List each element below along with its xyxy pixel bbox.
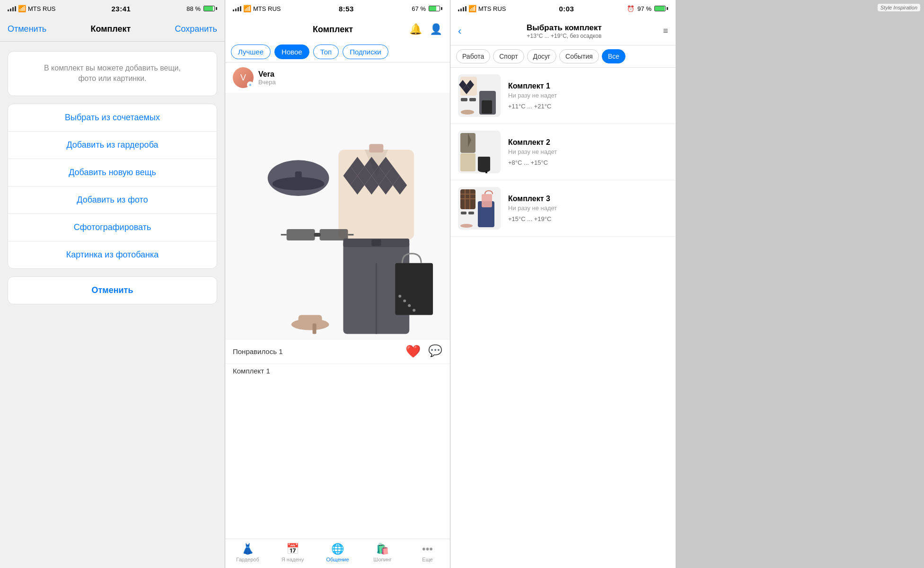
battery-icon-2 [429,6,442,11]
svg-rect-61 [461,212,466,214]
cat-tab-events[interactable]: События [559,49,599,63]
signal-icon-2 [233,6,241,11]
outfit-row-1[interactable]: Комплект 1 Ни разу не надет +11°C ... +2… [450,68,676,124]
battery-fill-1 [204,6,213,11]
battery-fill-3 [655,6,665,11]
btab-social[interactable]: 🌐 Общение [324,543,352,562]
btab-more[interactable]: ••• Еще [414,543,442,562]
svg-rect-27 [395,263,433,315]
back-button[interactable]: ‹ [458,25,461,37]
outfit-name-1: Комплект 1 [508,82,668,90]
outfit-image [225,93,450,339]
outfit-temp-3: +15°C ... +19°C [508,215,668,222]
menu-item-wardrobe[interactable]: Добавить из гардероба [8,132,217,159]
btab-more-label: Еще [422,557,432,562]
filter-icon[interactable]: ≡ [663,26,668,36]
outfit-thumb-1 [458,74,501,117]
btab-wardrobe[interactable]: 👗 Гардероб [234,543,262,562]
carrier-name-3: MTS RUS [478,5,506,12]
nav-title3-wrap: Выбрать комплект +13°C ... +19°C, без ос… [465,23,663,39]
battery-tip-1 [216,7,217,10]
menu-item-camera[interactable]: Сфотографировать [8,214,217,241]
bottom-tabs: 👗 Гардероб 📅 Я надену 🌐 Общение 🛍️ Шопин… [225,539,450,568]
bar2 [10,9,11,11]
time-2: 8:53 [339,5,354,13]
cancel-nav-button[interactable]: Отменить [8,24,46,34]
btab-wear-label: Я надену [282,557,304,562]
nav-title-2: Комплект [256,25,409,35]
outfit-thumb-3 [458,187,501,230]
carrier-name-2: MTS RUS [253,5,281,12]
calendar-icon: 📅 [286,543,299,555]
svg-rect-44 [469,98,476,101]
more-icon: ••• [422,543,433,555]
btab-wear[interactable]: 📅 Я надену [279,543,307,562]
battery-tip-3 [667,7,668,10]
btab-wardrobe-label: Гардероб [236,557,259,562]
carrier-3: 📶 MTS RUS [458,5,506,12]
bar4 [15,6,16,11]
svg-point-29 [403,300,406,302]
comment-icon[interactable]: 💬 [428,344,442,359]
post-label: Комплект 1 [225,364,450,377]
bar4b [240,6,241,11]
battery-tip-2 [441,7,442,10]
nav-title-3: Выбрать комплект [465,23,663,33]
svg-rect-49 [460,153,475,171]
outfit-temp-2: +8°C ... +15°C [508,159,668,166]
battery-pct-3: 97 % [637,5,651,12]
screens-container: 📶 MTS RUS 23:41 88 % Отменить Комплект С… [0,0,924,568]
screen1: 📶 MTS RUS 23:41 88 % Отменить Комплект С… [0,0,225,568]
time-3: 0:03 [559,5,574,13]
add-friend-icon[interactable]: 👤 [430,23,442,36]
tabs-row: Лучшее Новое Топ Подписки [225,42,450,62]
bar1 [8,9,9,11]
avatar-badge: + [247,81,254,88]
outfit-row-3[interactable]: Комплект 3 Ни разу не надет +15°C ... +1… [450,180,676,237]
svg-rect-17 [369,144,383,152]
outfit-worn-3: Ни разу не надет [508,204,668,212]
battery-icon-3 [654,6,668,11]
post-author-name: Vera [258,70,276,79]
outfit-info-3: Комплект 3 Ни разу не надет +15°C ... +1… [508,195,668,222]
outfit-name-3: Комплект 3 [508,195,668,203]
battery-icon-1 [203,6,217,11]
tab-podpiski[interactable]: Подписки [343,44,388,59]
cat-tab-leisure[interactable]: Досуг [527,49,557,63]
menu-item-compatible[interactable]: Выбрать из сочетаемых [8,104,217,132]
carrier-name-1: MTS RUS [28,5,56,12]
bell-icon[interactable]: 🔔 [409,23,422,36]
outfit-info-2: Комплект 2 Ни разу не надет +8°C ... +15… [508,138,668,166]
status-bar-2: 📶 MTS RUS 8:53 67 % [225,0,450,17]
outfit-temp-1: +11°C ... +21°C [508,103,668,110]
tab-top[interactable]: Топ [313,44,339,59]
wifi-icon-2: 📶 [243,5,251,12]
menu-item-stock[interactable]: Картинка из фотобанка [8,241,217,268]
svg-rect-18 [287,229,315,240]
svg-point-42 [461,110,474,115]
avatar[interactable]: V + [233,67,254,88]
svg-rect-41 [482,100,492,114]
info-box: В комплект вы можете добавить вещи,фото … [8,51,217,96]
menu-item-new-item[interactable]: Добавить новую вещь [8,159,217,186]
nav-icons-2: 🔔 👤 [409,23,442,36]
battery-area-2: 67 % [412,5,442,12]
likes-count: Понравилось 1 [233,347,283,355]
tab-novoe[interactable]: Новое [274,44,309,59]
cat-tab-all[interactable]: Все [602,49,625,63]
menu-item-photo[interactable]: Добавить из фото [8,186,217,214]
heart-icon[interactable]: ❤️ [405,344,421,359]
cat-tab-work[interactable]: Работа [456,49,490,63]
cat-tab-sport[interactable]: Спорт [493,49,524,63]
outfit-row-2[interactable]: Комплект 2 Ни разу не надет +8°C ... +15… [450,124,676,180]
btab-shop[interactable]: 🛍️ Шопинг [369,543,397,562]
signal-icon-1 [8,6,16,11]
post-header: V + Vera Вчера [225,62,450,93]
save-nav-button[interactable]: Сохранить [175,24,217,34]
svg-rect-62 [468,212,474,214]
btab-shop-label: Шопинг [373,557,391,562]
tab-luchshee[interactable]: Лучшее [231,44,271,59]
cancel-button[interactable]: Отменить [8,276,217,304]
bar2b [235,9,237,11]
category-tabs: Работа Спорт Досуг События Все [450,45,676,68]
